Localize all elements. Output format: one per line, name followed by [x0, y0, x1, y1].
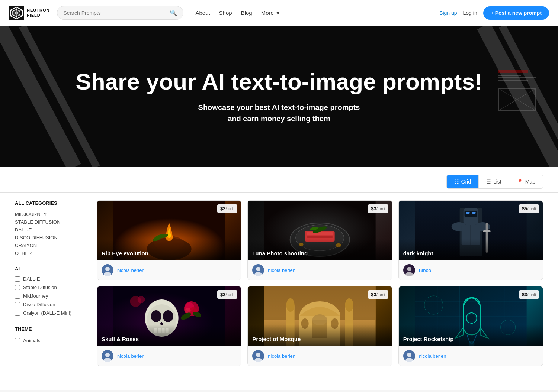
svg-point-98: [468, 315, 475, 321]
logo-text: NEUTRON FIELD: [27, 8, 49, 17]
checkbox-stable-diffusion-input[interactable]: [15, 285, 20, 290]
content-area: ☷ Grid ☰ List 📍 Map ALL CATEGORIES MIDJO…: [0, 167, 558, 390]
hero-title: Share your AI text-to-image prompts!: [76, 69, 482, 94]
svg-rect-46: [466, 212, 469, 214]
card-title-overlay-2: Tuna Photo shooting: [248, 239, 392, 260]
sidebar-item-disco-diffusion[interactable]: DISCO DIFFUSION: [15, 234, 86, 242]
sidebar-item-dalle[interactable]: DALL-E: [15, 226, 86, 234]
view-toggle: ☷ Grid ☰ List 📍 Map: [446, 175, 543, 189]
nav-more[interactable]: More ▼: [261, 10, 281, 16]
nav-blog[interactable]: Blog: [241, 10, 252, 16]
list-view-button[interactable]: ☰ List: [479, 175, 509, 188]
card-rib-eye[interactable]: $3/ unit Rib Eye evolution nicola berlen: [97, 200, 241, 280]
svg-rect-12: [498, 77, 536, 78]
grid-icon: ☷: [454, 179, 459, 185]
checkbox-disco-diffusion[interactable]: Disco Diffusion: [15, 300, 86, 309]
card-footer-5: nicola berlen: [248, 346, 392, 366]
cards-grid: $3/ unit Rib Eye evolution nicola berlen: [97, 200, 543, 366]
svg-rect-30: [307, 236, 333, 238]
log-in-link[interactable]: Log in: [463, 10, 477, 16]
post-new-prompt-button[interactable]: + Post a new prompt: [483, 6, 549, 20]
ai-filter-section: AI DALL-E Stable Diffusion MidJourney Di…: [15, 266, 86, 317]
checkbox-dalle-input[interactable]: [15, 276, 20, 282]
checkbox-disco-diffusion-input[interactable]: [15, 302, 20, 307]
svg-rect-47: [472, 212, 475, 214]
main-layout: ALL CATEGORIES MIDJOURNEY STABLE DIFFUSI…: [0, 193, 558, 373]
card-footer-4: nicola berlen: [97, 346, 241, 366]
svg-point-23: [105, 267, 110, 271]
logo[interactable]: NEUTRON FIELD: [9, 6, 49, 20]
card-dark-knight[interactable]: $5/ unit dark knight Bibbo: [398, 200, 543, 280]
hero-content: Share your AI text-to-image prompts! Sho…: [68, 54, 490, 139]
nav-auth: Sign up Log in + Post a new prompt: [439, 6, 549, 20]
sidebar-item-craiyon[interactable]: CRAIYON: [15, 242, 86, 249]
author-name-4[interactable]: nicola berlen: [117, 353, 145, 359]
card-tuna[interactable]: $3/ unit Tuna Photo shooting nicola berl…: [247, 200, 392, 280]
svg-point-71: [105, 353, 110, 357]
author-name-1[interactable]: nicola berlen: [117, 268, 145, 273]
card-footer-3: Bibbo: [399, 260, 543, 280]
categories-section: ALL CATEGORIES MIDJOURNEY STABLE DIFFUSI…: [15, 200, 86, 257]
card-image-dark-knight: $5/ unit dark knight: [399, 201, 543, 260]
sidebar: ALL CATEGORIES MIDJOURNEY STABLE DIFFUSI…: [15, 200, 97, 366]
search-input[interactable]: [63, 10, 167, 16]
avatar-6: [403, 350, 415, 362]
author-name-2[interactable]: nicola berlen: [268, 268, 295, 273]
author-name-5[interactable]: nicola berlen: [268, 353, 295, 359]
card-skull-roses[interactable]: $3/ unit Skull & Roses nicola berlen: [97, 286, 241, 366]
card-footer-1: nicola berlen: [97, 260, 241, 280]
sidebar-item-stable-diffusion[interactable]: STABLE DIFFUSION: [15, 218, 86, 226]
svg-point-86: [256, 353, 260, 357]
nav-about[interactable]: About: [195, 10, 210, 16]
svg-rect-49: [483, 230, 490, 232]
sidebar-item-midjourney[interactable]: MIDJOURNEY: [15, 210, 86, 218]
card-mosque[interactable]: $3/ unit Project of Mosque nicola berlen: [247, 286, 392, 366]
avatar-5: [252, 350, 264, 362]
checkbox-craiyon-input[interactable]: [15, 311, 20, 316]
svg-point-65: [185, 308, 191, 314]
nav-shop[interactable]: Shop: [219, 10, 232, 16]
author-name-6[interactable]: nicola berlen: [419, 353, 446, 359]
author-name-3[interactable]: Bibbo: [419, 268, 431, 273]
svg-rect-29: [307, 232, 333, 235]
svg-point-57: [163, 310, 173, 322]
card-footer-6: nicola berlen: [399, 346, 543, 366]
card-rocketship[interactable]: $3/ unit Project Rocketship nicola berle…: [398, 286, 543, 366]
checkbox-midjourney[interactable]: MidJourney: [15, 292, 86, 300]
card-footer-2: nicola berlen: [248, 260, 392, 280]
grid-view-button[interactable]: ☷ Grid: [447, 175, 479, 188]
card-price-badge-4: $3/ unit: [217, 290, 237, 299]
checkbox-craiyon[interactable]: Craiyon (DALL-E Mini): [15, 309, 86, 317]
hero-decoration-right: [498, 59, 543, 135]
map-view-button[interactable]: 📍 Map: [509, 175, 543, 188]
map-icon: 📍: [517, 179, 523, 185]
svg-point-51: [407, 267, 411, 271]
all-categories-label: ALL CATEGORIES: [15, 200, 86, 206]
avatar-4: [102, 350, 113, 362]
search-bar: 🔍: [57, 6, 183, 20]
nav-links: About Shop Blog More ▼: [195, 10, 280, 16]
checkbox-dalle[interactable]: DALL-E: [15, 275, 86, 283]
card-title-overlay-1: Rib Eye evolution: [97, 239, 241, 260]
sidebar-item-other[interactable]: OTHER: [15, 249, 86, 257]
search-icon: 🔍: [170, 9, 177, 16]
hero-section: Share your AI text-to-image prompts! Sho…: [0, 26, 558, 167]
card-image-mosque: $3/ unit Project of Mosque: [248, 286, 392, 346]
checkbox-midjourney-input[interactable]: [15, 294, 20, 299]
svg-rect-11: [498, 75, 521, 76]
list-icon: ☰: [486, 179, 491, 185]
avatar-2: [252, 264, 264, 276]
svg-point-36: [256, 267, 260, 271]
checkbox-animals[interactable]: Animals: [15, 336, 86, 345]
checkbox-stable-diffusion[interactable]: Stable Diffusion: [15, 283, 86, 292]
svg-rect-10: [498, 70, 528, 73]
sign-up-link[interactable]: Sign up: [439, 10, 457, 16]
card-title-overlay-4: Skull & Roses: [97, 325, 241, 346]
checkbox-animals-input[interactable]: [15, 338, 20, 343]
card-image-skull: $3/ unit Skull & Roses: [97, 286, 241, 346]
card-price-badge-2: $3/ unit: [368, 204, 388, 213]
theme-label: Theme: [15, 326, 86, 332]
card-price-badge-3: $5/ unit: [519, 204, 539, 213]
navbar: NEUTRON FIELD 🔍 About Shop Blog More ▼ S…: [0, 0, 558, 26]
svg-point-56: [151, 310, 161, 322]
